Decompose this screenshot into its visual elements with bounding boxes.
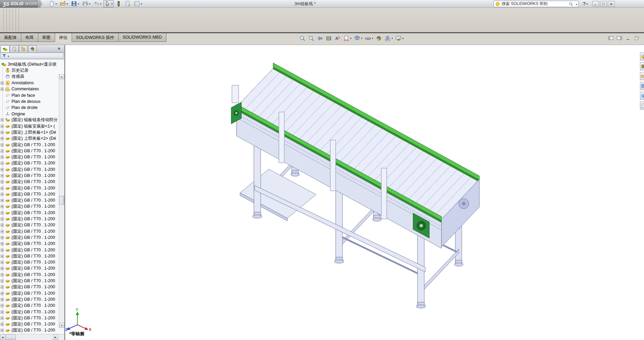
document-minimize-icon[interactable] [625,35,631,41]
tree-item[interactable]: (固定) GB / T70 . 1-200 [0,160,59,166]
tree-expander-icon[interactable] [1,211,4,214]
tree-expander-icon[interactable] [1,205,4,208]
tree-expander-icon[interactable] [1,273,4,276]
tree-filter-input[interactable] [1,53,64,59]
undo-button[interactable] [92,0,102,7]
tree-expander-icon[interactable] [1,249,4,252]
tree-expander-icon[interactable] [1,242,4,245]
tree-item[interactable]: (固定) GB / T70 . 1-200 [0,284,59,290]
tree-item[interactable]: (固定) GB / T70 . 1-200 [0,278,59,284]
tree-expander-icon[interactable] [1,180,4,183]
tree-expander-icon[interactable] [1,292,4,295]
tree-item[interactable]: (固定) GB / T70 . 1-200 [0,321,59,327]
filter-caret-icon[interactable] [7,53,9,58]
tree-item[interactable]: (固定) GB / T70 . 1-200 [0,253,59,259]
tree-expander-icon[interactable] [1,329,4,332]
tree-item[interactable]: (固定) GB / T70 . 1-200 [0,259,59,266]
hide-show-items-button[interactable] [365,35,373,42]
section-view-button[interactable] [326,35,332,42]
tree-item[interactable]: (固定) GB / T70 . 1-200 [0,148,59,154]
tree-expander-icon[interactable] [1,199,4,202]
command-tab[interactable]: 草图 [38,33,55,42]
tree-expander-icon[interactable] [1,162,4,165]
previous-view-button[interactable] [317,35,323,42]
tree-item[interactable]: (固定) 链板安装架<1> ( [0,123,59,129]
tree-item[interactable]: (固定) GB / T70 . 1-200 [0,234,59,241]
apply-scene-button[interactable] [384,35,393,42]
file-properties-button[interactable] [124,0,132,7]
tree-root-item[interactable]: 3m链板线 (Défaut<显示状 [0,61,59,67]
selection-filter-toggle[interactable] [115,0,123,7]
file-explorer-tab[interactable] [640,72,644,80]
tree-item[interactable]: (固定) 上部夹板<1> (Dé [0,129,59,135]
displaymanager-tab[interactable] [28,45,37,52]
view-palette-tab[interactable] [640,82,644,90]
tree-expander-icon[interactable] [1,261,4,264]
tree-item[interactable]: (固定) GB / T70 . 1-200 [0,241,59,247]
tree-expander-icon[interactable] [1,137,4,140]
display-style-button[interactable] [354,35,362,42]
tree-item[interactable]: (固定) GB / T70 . 1-200 [0,327,59,334]
scroll-right-icon[interactable]: ▶ [53,335,58,340]
zoom-to-area-button[interactable] [308,35,314,42]
tree-expander-icon[interactable] [1,131,4,134]
tree-expander-icon[interactable] [1,255,4,258]
tree-expander-icon[interactable] [1,168,4,171]
tree-item[interactable]: 历史记录 [0,67,59,73]
tree-item[interactable]: (固定) GB / T70 . 1-200 [0,191,59,197]
tree-item[interactable]: (固定) GB / T70 . 1-200 [0,142,59,148]
restore-button[interactable] [600,1,607,7]
tree-item[interactable]: (固定) GB / T70 . 1-200 [0,266,59,272]
minimize-button[interactable] [592,1,599,7]
tree-item[interactable]: (固定) GB / T70 . 1-200 [0,315,59,321]
scroll-up-icon[interactable]: ▲ [59,74,64,79]
command-tab[interactable]: 装配体 [0,33,21,42]
tree-item[interactable]: (固定) GB / T70 . 1-200 [0,247,59,253]
tree-item[interactable]: (固定) GB / T70 . 1-200 [0,173,59,179]
scroll-down-icon[interactable]: ▼ [59,323,64,328]
tree-item[interactable]: (固定) GB / T70 . 1-200 [0,179,59,185]
zoom-to-fit-button[interactable] [299,35,306,42]
tree-item[interactable]: (固定) GB / T70 . 1-200 [0,198,59,204]
tree-expander-icon[interactable] [1,187,4,190]
design-library-tab[interactable] [640,62,644,70]
tree-expander-icon[interactable] [1,298,4,301]
graphics-viewport[interactable]: Y X Z *等轴测 [65,45,644,340]
tree-item[interactable]: (固定) GB / T70 . 1-200 [0,185,59,191]
tree-item[interactable]: (固定) GB / T70 . 1-200 [0,309,59,315]
featuremanager-tab[interactable] [1,45,9,52]
document-restore-icon[interactable] [634,35,640,41]
edit-appearance-button[interactable] [376,35,382,42]
tree-expander-icon[interactable] [1,125,4,128]
command-tab[interactable]: SOLIDWORKS 插件 [72,33,119,42]
options-button[interactable] [133,0,143,7]
print-button[interactable] [81,0,91,7]
tree-expander-icon[interactable] [1,156,4,159]
tree-item[interactable]: A Annotations [0,80,59,86]
help-search-box[interactable]: ? 搜索 SOLIDWORKS 帮助 [494,1,579,7]
tree-item[interactable]: 传感器 [0,74,59,80]
configurationmanager-tab[interactable] [19,45,28,52]
scroll-left-icon[interactable]: ◀ [0,335,5,340]
tree-expander-icon[interactable] [1,88,4,91]
solidworks-resources-tab[interactable] [640,52,644,61]
propertymanager-tab[interactable] [10,45,19,52]
tree-item[interactable]: Plan de droite [0,105,59,111]
tree-expander-icon[interactable] [1,150,4,153]
tree-horizontal-scrollbar[interactable]: ◀ ▶ [0,334,64,340]
command-tab[interactable]: 评估 [55,33,72,42]
tree-item[interactable]: (固定) GB / T70 . 1-200 [0,303,59,309]
tree-expander-icon[interactable] [1,317,4,320]
tree-expander-icon[interactable] [1,230,4,233]
tree-expander-icon[interactable] [1,236,4,239]
custom-properties-tab[interactable] [640,101,644,110]
tree-item[interactable]: Plan de dessus [0,98,59,105]
appearances-scenes-tab[interactable] [640,92,644,100]
view-settings-button[interactable] [395,35,404,42]
tree-item[interactable]: (固定) GB / T70 . 1-200 [0,272,59,278]
tree-expander-icon[interactable] [1,82,4,85]
tree-item[interactable]: (固定) GB / T70 . 1-200 [0,204,59,210]
collapse-pane-right-icon[interactable] [617,35,622,41]
open-button[interactable] [59,0,69,7]
tree-expander-icon[interactable] [1,286,4,289]
